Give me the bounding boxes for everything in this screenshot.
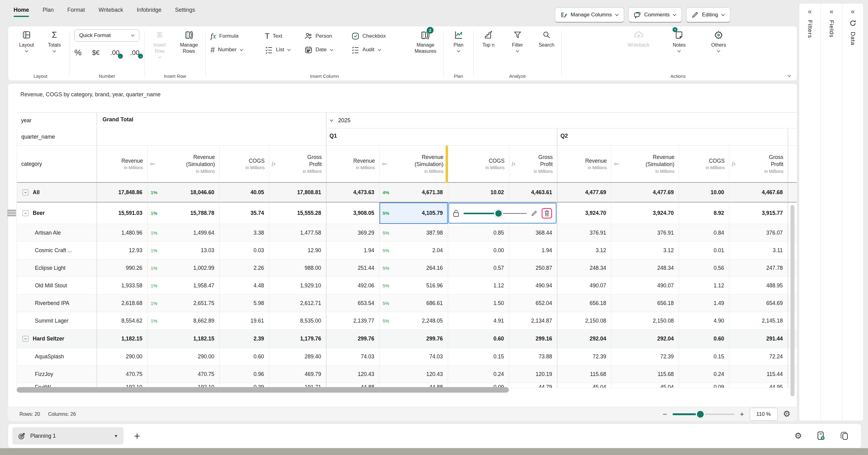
grid-cell[interactable]: 19.61 [219, 312, 269, 330]
measure-header-cogs[interactable]: COGSin Millions [448, 146, 509, 183]
menu-infobridge[interactable]: Infobridge [137, 7, 161, 17]
menu-home[interactable]: Home [13, 7, 29, 17]
grid-cell[interactable]: 299.16 [509, 330, 557, 348]
grid-cell[interactable]: 2,134.87 [509, 312, 557, 330]
grid-cell[interactable]: 0.60 [679, 330, 729, 348]
zoom-slider[interactable] [673, 411, 734, 418]
quick-format-select[interactable]: Quick Format [74, 29, 139, 42]
menu-writeback[interactable]: Writeback [98, 7, 123, 17]
grid-cell[interactable]: 3,915.77 [729, 202, 788, 224]
grid-cell[interactable]: 368.44 [509, 224, 557, 242]
refresh-icon[interactable] [849, 20, 857, 27]
grid-cell-simulation[interactable]: 656.18 [611, 294, 679, 312]
measure-header-gross-profit[interactable]: fxGrossProfitin Millions [509, 146, 557, 183]
grand-total-header[interactable]: Grand Total [97, 112, 326, 146]
grid-cell[interactable]: 492.06 [326, 277, 379, 294]
horizontal-scrollbar[interactable] [17, 387, 509, 393]
grid-cell-simulation[interactable]: 5%686.61 [379, 294, 448, 312]
grid-cell[interactable]: 45.04 [557, 383, 611, 388]
insert-checkbox-button[interactable]: Checkbox [351, 30, 404, 42]
grid-cell[interactable]: 470.75 [97, 365, 147, 383]
simulation-slider-cell[interactable] [448, 202, 557, 224]
insert-list-button[interactable]: List [265, 43, 305, 56]
insert-formula-button[interactable]: fxFormula [211, 30, 265, 42]
manage-measures-button[interactable]: 2 Manage Measures [412, 29, 438, 54]
grid-cell[interactable]: 0.57 [448, 259, 509, 277]
grid-cell[interactable]: 5.98 [219, 294, 269, 312]
edit-pencil-icon[interactable] [531, 210, 537, 217]
row-label-eclipse-light[interactable]: Eclipse Light [17, 259, 97, 277]
insert-audit-button[interactable]: Audit [351, 43, 404, 56]
ribbon-collapse-chevron[interactable] [787, 74, 792, 77]
grid-cell[interactable]: 247.78 [729, 259, 788, 277]
grid-cell[interactable]: 0.60 [448, 330, 509, 348]
grid-cell[interactable]: 376.07 [729, 224, 788, 242]
grid-cell-simulation[interactable]: 5%4,105.79 [379, 202, 448, 224]
grid-cell[interactable]: 369.29 [326, 224, 379, 242]
grid-cell-simulation[interactable]: 5%264.16 [379, 259, 448, 277]
others-button[interactable]: Others [709, 29, 728, 53]
zoom-in-button[interactable]: + [740, 411, 744, 418]
grid-cell-simulation[interactable]: 299.76 [379, 330, 448, 348]
grid-cell[interactable]: 4,473.63 [326, 183, 379, 202]
data-panel-tab[interactable]: « Data [842, 3, 863, 421]
grid-cell[interactable]: 652.04 [509, 294, 557, 312]
grid-cell-simulation[interactable]: 1%1,002.99 [147, 259, 219, 277]
measure-header-revenue-simulation[interactable]: Revenue(Simulation)in Millions [379, 146, 448, 183]
grid-cell[interactable]: 35.74 [219, 202, 269, 224]
grid-cell[interactable]: 115.44 [729, 365, 788, 383]
grid-cell-simulation[interactable]: 5%2,248.05 [379, 312, 448, 330]
measure-header-revenue-simulation[interactable]: Revenue(Simulation)in Millions [611, 146, 679, 183]
grid-cell[interactable]: 1.94 [326, 242, 379, 259]
grid-cell[interactable]: 291.44 [729, 330, 788, 348]
grid-cell[interactable]: 292.04 [557, 330, 611, 348]
row-label-beer[interactable]: −Beer [17, 202, 97, 224]
row-label-summit-lager[interactable]: Summit Lager [17, 312, 97, 330]
grid-cell-simulation[interactable]: 4%4,671.38 [379, 183, 448, 202]
row-label-riverbend-ipa[interactable]: Riverbend IPA [17, 294, 97, 312]
filters-panel-tab[interactable]: « Filters [799, 3, 820, 421]
grid-cell[interactable]: 251.44 [326, 259, 379, 277]
grid-cell[interactable]: 3.38 [219, 224, 269, 242]
row-label-hard-seltzer[interactable]: −Hard Seltzer [17, 330, 97, 348]
grid-cell[interactable]: 3,908.05 [326, 202, 379, 224]
grid-cell[interactable]: 115.68 [557, 365, 611, 383]
grid-cell[interactable]: 10.02 [448, 183, 509, 202]
grid-cell[interactable]: 2,618.68 [97, 294, 147, 312]
increase-decimal-button[interactable]: .00→ [130, 49, 140, 57]
grid-cell[interactable]: 4.91 [448, 312, 509, 330]
grid-cell[interactable]: 0.84 [679, 224, 729, 242]
layout-button[interactable]: Layout [17, 29, 36, 53]
filter-button[interactable]: Filter [508, 29, 527, 53]
grid-cell-simulation[interactable]: 2,150.08 [611, 312, 679, 330]
measure-header-revenue[interactable]: Revenuein Millions [326, 146, 379, 183]
grid-cell-simulation[interactable]: 376.91 [611, 224, 679, 242]
grid-cell[interactable]: 2,139.77 [326, 312, 379, 330]
grid-cell-simulation[interactable]: 490.07 [611, 277, 679, 294]
collapse-row-icon[interactable]: − [23, 336, 28, 342]
measure-header-revenue[interactable]: Revenuein Millions [97, 146, 147, 183]
row-drag-handle[interactable] [7, 209, 16, 217]
grid-cell[interactable]: 72.24 [729, 348, 788, 365]
totals-button[interactable]: Σ Totals [44, 29, 64, 53]
grid-cell[interactable]: 10.00 [679, 183, 729, 202]
grid-cell[interactable]: 17,848.86 [97, 183, 147, 202]
grid-cell-simulation[interactable]: 5%387.98 [379, 224, 448, 242]
grid-cell[interactable]: 1,933.58 [97, 277, 147, 294]
grid-cell[interactable]: 4,477.69 [557, 183, 611, 202]
grid-cell[interactable]: 73.88 [509, 348, 557, 365]
grid-cell-simulation[interactable]: 1%1,499.64 [147, 224, 219, 242]
grid-cell[interactable]: 0.56 [679, 259, 729, 277]
grid-cell[interactable]: 4,467.68 [729, 183, 788, 202]
grid-cell[interactable]: 469.79 [269, 365, 326, 383]
editing-mode-button[interactable]: Editing [686, 7, 730, 23]
grid-cell-simulation[interactable]: 1%13.03 [147, 242, 219, 259]
quarter-q1-header[interactable]: Q1 [326, 128, 557, 146]
grid-cell[interactable]: 0.96 [219, 365, 269, 383]
grid-cell[interactable]: 3,924.70 [557, 202, 611, 224]
collapse-year-chevron[interactable] [330, 119, 334, 122]
row-label-artisan-ale[interactable]: Artisan Ale [17, 224, 97, 242]
grid-cell[interactable]: 74.03 [326, 348, 379, 365]
grid-cell[interactable]: 1.12 [679, 277, 729, 294]
grid-cell[interactable]: 17,808.81 [269, 183, 326, 202]
